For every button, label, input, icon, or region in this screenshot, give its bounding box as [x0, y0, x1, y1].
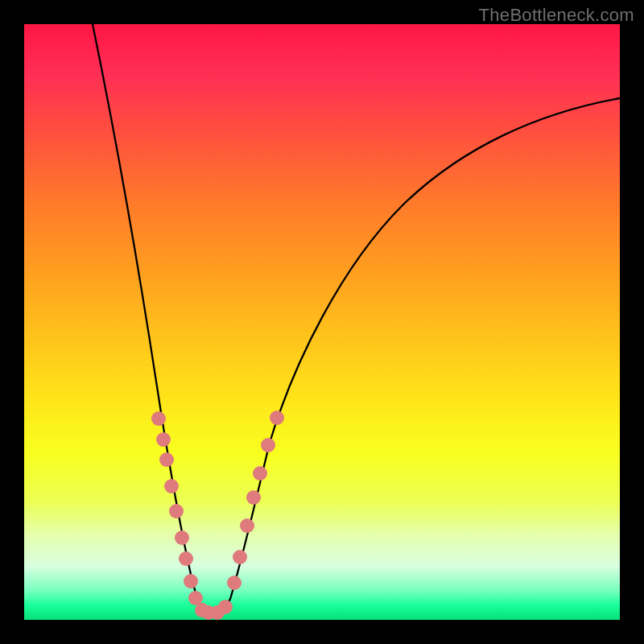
curve-marker — [156, 432, 171, 447]
curve-marker — [261, 438, 275, 452]
curve-marker — [151, 411, 166, 426]
curve-marker — [270, 411, 284, 425]
curve-marker — [218, 600, 233, 614]
curve-marker — [159, 452, 174, 467]
chart-container: TheBottleneck.com — [0, 0, 644, 644]
curve-marker — [233, 550, 247, 564]
curve-marker — [227, 576, 242, 590]
curve-layer — [24, 24, 620, 620]
curve-marker — [179, 551, 193, 566]
curve-marker — [253, 466, 267, 481]
curve-marker — [184, 574, 198, 588]
curve-markers-group — [151, 411, 284, 620]
curve-marker — [175, 530, 189, 545]
bottleneck-curve — [93, 24, 620, 614]
watermark-text: TheBottleneck.com — [479, 5, 634, 26]
curve-marker — [246, 490, 261, 505]
curve-marker — [169, 504, 184, 518]
curve-marker — [240, 518, 254, 533]
curve-marker — [164, 479, 179, 493]
plot-area — [24, 24, 620, 620]
